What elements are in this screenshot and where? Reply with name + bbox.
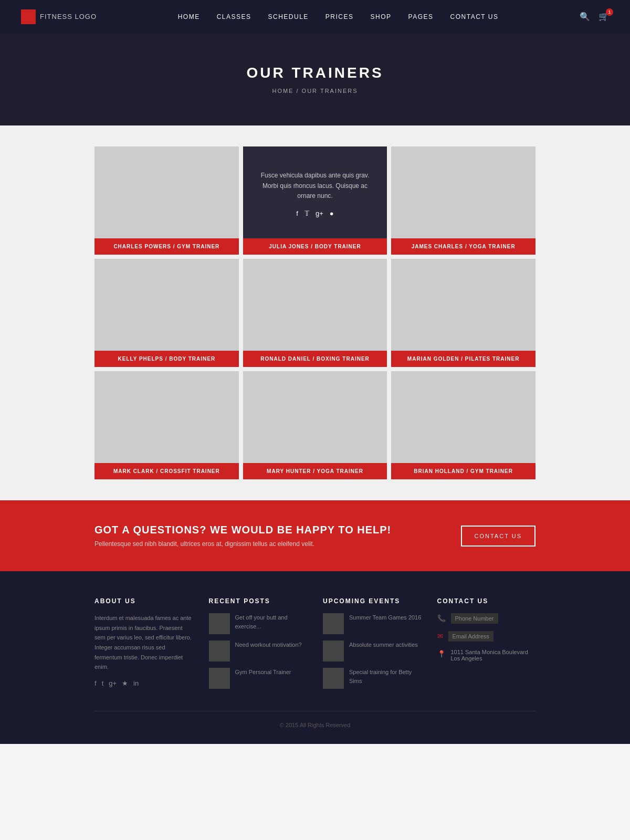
location-icon: 📍	[437, 650, 446, 658]
nav-prices[interactable]: PRICES	[326, 13, 354, 20]
footer-contact-phone: 📞 Phone Number	[437, 613, 536, 624]
trainer-label-mark: MARK CLARK / CROSSFIT TRAINER	[94, 463, 239, 479]
cta-title: GOT A QUESTIONS? WE WOULD BE HAPPY TO HE…	[94, 524, 391, 536]
trainer-social-julia: f 𝕋 g+ ●	[296, 208, 333, 219]
trainer-label-kelly: KELLY PHELPS / BODY TRAINER	[94, 351, 239, 367]
trainers-grid: CHARLES POWERS / GYM TRAINER Fusce vehic…	[94, 146, 536, 479]
footer-post-thumb-2	[209, 640, 230, 662]
twitter-icon[interactable]: 𝕋	[304, 208, 309, 219]
footer-social-icons: f t g+ ★ in	[94, 679, 193, 687]
cta-section: GOT A QUESTIONS? WE WOULD BE HAPPY TO HE…	[0, 500, 630, 571]
trainer-card-marian[interactable]: MARIAN GOLDEN / PILATES TRAINER	[391, 259, 536, 367]
trainer-image-james	[391, 146, 536, 238]
logo-text: FITNESS LOGO	[40, 13, 97, 20]
trainer-image-mark	[94, 371, 239, 463]
logo[interactable]: FITNESS LOGO	[21, 9, 97, 24]
trainer-card-james[interactable]: JAMES CHARLES / YOGA TRAINER	[391, 146, 536, 255]
breadcrumb: HOME / OUR TRAINERS	[21, 88, 609, 94]
trainer-label-charles: CHARLES POWERS / GYM TRAINER	[94, 238, 239, 255]
nav-home[interactable]: HOME	[178, 13, 200, 20]
navbar-icons: 🔍 🛒 1	[580, 12, 609, 22]
cta-subtitle: Pellentesque sed nibh blandit, ultrices …	[94, 540, 391, 548]
footer: ABOUT US Interdum et malesuada fames ac …	[0, 571, 630, 744]
footer-grid: ABOUT US Interdum et malesuada fames ac …	[94, 597, 536, 695]
facebook-icon[interactable]: f	[296, 208, 298, 219]
nav-classes[interactable]: CLASSES	[217, 13, 251, 20]
navbar: FITNESS LOGO HOME CLASSES SCHEDULE PRICE…	[0, 0, 630, 33]
footer-contact-col: CONTACT US 📞 Phone Number ✉ Email Addres…	[437, 597, 536, 695]
footer-post-text-1: Get off your butt and exercise...	[235, 613, 308, 631]
footer-contact-email: ✉ Email Address	[437, 631, 536, 642]
trainer-card-mark[interactable]: MARK CLARK / CROSSFIT TRAINER	[94, 371, 239, 479]
trainer-label-julia: JULIA JONES / BODY TRAINER	[243, 238, 387, 255]
footer-event-item-3[interactable]: Special training for Betty Sims	[323, 668, 422, 689]
trainer-card-charles[interactable]: CHARLES POWERS / GYM TRAINER	[94, 146, 239, 255]
footer-posts-title: RECENT POSTS	[209, 597, 308, 605]
trainer-label-james: JAMES CHARLES / YOGA TRAINER	[391, 238, 536, 255]
footer-google-icon[interactable]: g+	[109, 679, 117, 687]
main-content: CHARLES POWERS / GYM TRAINER Fusce vehic…	[0, 125, 630, 500]
phone-icon: 📞	[437, 614, 446, 622]
nav-contact[interactable]: CONTACT US	[450, 13, 499, 20]
footer-post-item-1[interactable]: Get off your butt and exercise...	[209, 613, 308, 634]
instagram-icon[interactable]: ●	[330, 208, 334, 219]
footer-event-item-2[interactable]: Absolute summer activities	[323, 640, 422, 662]
trainer-card-kelly[interactable]: KELLY PHELPS / BODY TRAINER	[94, 259, 239, 367]
footer-contact-title: CONTACT US	[437, 597, 536, 605]
footer-address-text: 1011 Santa Monica Boulevard Los Angeles	[451, 649, 536, 662]
trainer-card-brian[interactable]: BRIAN HOLLAND / GYM TRAINER	[391, 371, 536, 479]
logo-icon	[21, 9, 36, 24]
footer-event-thumb-3	[323, 668, 344, 689]
footer-events-title: UPCOMING EVENTS	[323, 597, 422, 605]
trainer-label-brian: BRIAN HOLLAND / GYM TRAINER	[391, 463, 536, 479]
trainer-image-kelly	[94, 259, 239, 351]
trainer-label-mary: MARY HUNTER / YOGA TRAINER	[243, 463, 387, 479]
footer-email-text: Email Address	[448, 631, 494, 642]
footer-about-title: ABOUT US	[94, 597, 193, 605]
cart-count: 1	[606, 8, 613, 16]
footer-event-thumb-2	[323, 640, 344, 662]
footer-post-item-2[interactable]: Need workout motivation?	[209, 640, 308, 662]
footer-facebook-icon[interactable]: f	[94, 679, 97, 687]
trainer-card-mary[interactable]: MARY HUNTER / YOGA TRAINER	[243, 371, 387, 479]
footer-about-col: ABOUT US Interdum et malesuada fames ac …	[94, 597, 193, 695]
footer-event-item-1[interactable]: Summer Team Games 2016	[323, 613, 422, 634]
footer-post-text-2: Need workout motivation?	[235, 640, 302, 649]
footer-posts-col: RECENT POSTS Get off your butt and exerc…	[209, 597, 308, 695]
footer-events-col: UPCOMING EVENTS Summer Team Games 2016 A…	[323, 597, 422, 695]
google-plus-icon[interactable]: g+	[316, 208, 323, 219]
footer-linkedin-icon[interactable]: in	[133, 679, 139, 687]
footer-about-text: Interdum et malesuada fames ac ante ipsu…	[94, 613, 193, 672]
search-icon[interactable]: 🔍	[580, 12, 590, 22]
footer-event-text-1: Summer Team Games 2016	[349, 613, 421, 622]
cta-contact-button[interactable]: CONTACT US	[461, 526, 536, 547]
footer-bottom: © 2015 All Rights Reserved	[94, 711, 536, 728]
footer-event-text-3: Special training for Betty Sims	[349, 668, 422, 685]
trainer-card-julia[interactable]: Fusce vehicula dapibus ante quis grav. M…	[243, 146, 387, 255]
footer-event-text-2: Absolute summer activities	[349, 640, 418, 649]
cart-icon[interactable]: 🛒 1	[598, 12, 609, 22]
hero-banner: OUR TRAINERS HOME / OUR TRAINERS	[0, 33, 630, 125]
footer-post-thumb-1	[209, 613, 230, 634]
footer-event-thumb-1	[323, 613, 344, 634]
footer-phone-text: Phone Number	[451, 613, 498, 624]
email-icon: ✉	[437, 632, 443, 640]
trainer-image-charles	[94, 146, 239, 238]
trainer-image-mary	[243, 371, 387, 463]
footer-star-icon[interactable]: ★	[122, 679, 128, 687]
footer-twitter-icon[interactable]: t	[102, 679, 104, 687]
trainer-bio-julia: Fusce vehicula dapibus ante quis grav. M…	[254, 171, 377, 201]
nav-pages[interactable]: PAGES	[408, 13, 434, 20]
nav-schedule[interactable]: SCHEDULE	[268, 13, 309, 20]
trainer-card-ronald[interactable]: RONALD DANIEL / BOXING TRAINER	[243, 259, 387, 367]
footer-post-text-3: Gym Personal Trainer	[235, 668, 291, 677]
trainer-label-ronald: RONALD DANIEL / BOXING TRAINER	[243, 351, 387, 367]
nav-menu: HOME CLASSES SCHEDULE PRICES SHOP PAGES …	[178, 13, 499, 20]
trainer-image-brian	[391, 371, 536, 463]
trainer-image-ronald	[243, 259, 387, 351]
nav-shop[interactable]: SHOP	[371, 13, 392, 20]
page-title: OUR TRAINERS	[21, 65, 609, 81]
footer-post-item-3[interactable]: Gym Personal Trainer	[209, 668, 308, 689]
trainer-label-marian: MARIAN GOLDEN / PILATES TRAINER	[391, 351, 536, 367]
footer-post-thumb-3	[209, 668, 230, 689]
